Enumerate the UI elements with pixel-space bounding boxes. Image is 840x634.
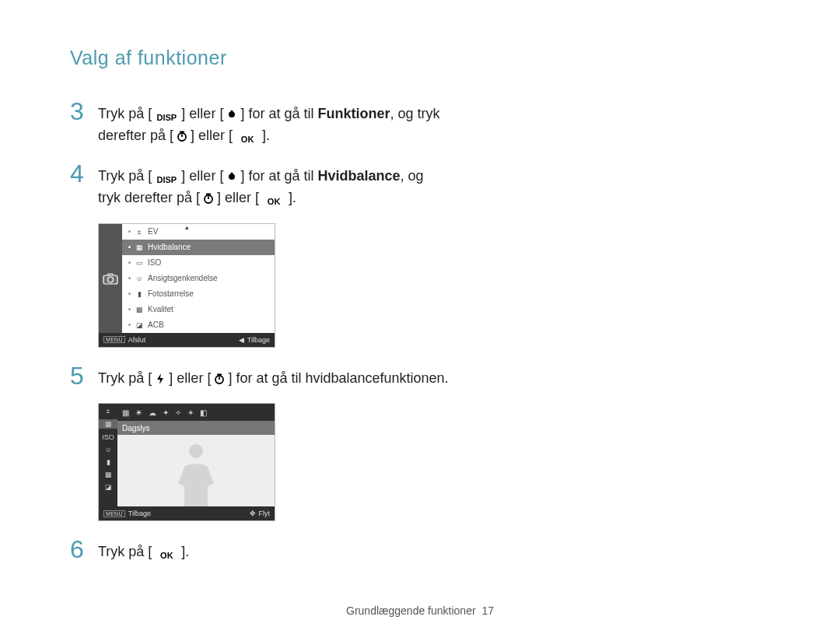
step-number: 3 [70,99,92,124]
footer-left-label: Tilbage [128,510,151,517]
macro-icon [223,107,240,121]
text: ] for at gå til hvidbalancefunktionen. [228,370,448,386]
page-number: 17 [481,604,494,617]
camera-preview-footer: MENU Tilbage ✥ Flyt [99,506,275,520]
sidebar-glyph: ◪ [105,483,112,491]
disp-button-icon: DISP [152,110,181,124]
menu-row: ☺Ansigtsgenkendelse [122,271,275,286]
text: Tryk på [ [98,106,152,121]
menu-row: ▭ISO [122,255,275,271]
text: ] eller [ [181,106,223,121]
step-number: 4 [70,161,92,186]
text: Tryk på [ [98,370,152,386]
footer-right-label: Tilbage [247,336,270,344]
timer-icon [211,372,228,386]
camera-menu-screenshot: ▴ ±EV▦Hvidbalance▭ISO☺Ansigtsgenkendelse… [98,223,275,348]
flash-icon [152,372,169,386]
menu-item-icon: ☺ [134,275,145,282]
text: , og tryk [390,106,439,121]
white-balance-selected-label: Dagslys [117,421,275,435]
sidebar-glyph: ISO [102,433,114,441]
wb-option-icon: ☀ [135,408,142,417]
white-balance-strip: ▦☀☁✦✧✶◧ [117,404,275,421]
scroll-up-indicator: ▴ [185,223,189,231]
menu-item-label: ISO [148,258,275,267]
menu-item-label: EV [148,227,275,236]
step-number: 5 [70,363,92,388]
step-4: 4 Tryk på [DISP] eller [] for at gå til … [70,161,770,209]
wb-option-icon: ✧ [175,408,181,417]
camera-mode-icon [99,224,122,333]
step-5: 5 Tryk på [] eller [] for at gå til hvid… [70,363,770,390]
text: derefter på [ [98,128,173,143]
menu-item-label: Hvidbalance [148,243,275,251]
timer-icon [200,191,217,205]
menu-item-label: ACB [148,321,275,329]
step-number: 6 [70,537,92,562]
menu-row: ◪ACB [122,317,275,333]
person-silhouette [165,436,227,506]
sidebar-glyph: ± [107,407,110,415]
sidebar-glyph: ▦ [99,419,117,429]
text: ]. [262,128,270,143]
step-6: 6 Tryk på [OK]. [70,537,770,563]
menu-list: ±EV▦Hvidbalance▭ISO☺Ansigtsgenkendelse▮F… [122,224,275,333]
menu-item-icon: ▮ [134,290,145,298]
macro-icon [223,170,240,184]
text: ]. [181,544,189,559]
menu-item-label: Kvalitet [148,305,275,313]
text: ] for at gå til [240,106,317,121]
step-text: Tryk på [OK]. [98,537,189,563]
wb-option-icon: ◧ [200,408,207,417]
text: tryk derefter på [ [98,190,200,205]
menu-tag: MENU [103,336,125,343]
sidebar-glyph: ☺ [104,446,111,454]
page-footer: Grundlæggende funktioner 17 [0,604,840,617]
timer-icon [173,129,191,143]
step-text: Tryk på [DISP] eller [] for at gå til Hv… [98,161,424,209]
move-icon: ✥ [250,510,256,517]
text: ] eller [ [217,190,259,205]
preview-main: ▦☀☁✦✧✶◧ Dagslys [117,404,275,506]
text: ] eller [ [181,168,223,184]
text: ]. [289,190,296,205]
menu-row: ±EV [122,224,275,240]
text: ] eller [ [191,128,233,143]
wb-option-icon: ✶ [187,408,194,417]
camera-menu-footer: MENU Afslut ◀ Tilbage [99,333,275,347]
preview-sidebar: ±▦ISO☺▮▩◪ [99,404,117,506]
text: Tryk på [ [98,544,152,559]
section-title: Valg af funktioner [70,47,770,69]
menu-item-icon: ▩ [134,306,145,313]
wb-option-icon: ✦ [163,408,169,417]
sidebar-glyph: ▩ [105,471,112,478]
menu-row: ▩Kvalitet [122,302,275,317]
wb-option-icon: ▦ [122,408,129,417]
step-3: 3 Tryk på [DISP] eller [] for at gå til … [70,99,770,147]
menu-item-label: Ansigtsgenkendelse [148,274,275,282]
menu-row: ▮Fotostørrelse [122,286,275,302]
menu-tag: MENU [103,510,125,517]
menu-item-icon: ◪ [134,321,145,329]
menu-item-icon: ▦ [134,243,145,251]
ok-button-icon: OK [259,194,289,208]
ok-button-icon: OK [233,132,262,146]
menu-row: ▦Hvidbalance [122,240,275,255]
manual-page: Valg af funktioner 3 Tryk på [DISP] elle… [0,0,840,634]
menu-item-icon: ± [134,228,145,236]
footer-text: Grundlæggende funktioner [346,604,476,617]
text: ] eller [ [169,370,211,386]
menu-item-icon: ▭ [134,259,145,267]
text: ] for at gå til [240,168,317,184]
text: , og [400,168,423,184]
footer-left-label: Afslut [128,336,146,344]
sidebar-glyph: ▮ [107,458,110,466]
step-text: Tryk på [DISP] eller [] for at gå til Fu… [98,99,439,147]
text: Tryk på [ [98,168,152,184]
bold-target: Hvidbalance [317,168,400,184]
back-arrow-icon: ◀ [239,336,244,344]
bold-target: Funktioner [317,106,390,121]
disp-button-icon: DISP [152,173,181,187]
wb-option-icon: ☁ [149,408,156,417]
footer-right-label: Flyt [259,510,271,517]
